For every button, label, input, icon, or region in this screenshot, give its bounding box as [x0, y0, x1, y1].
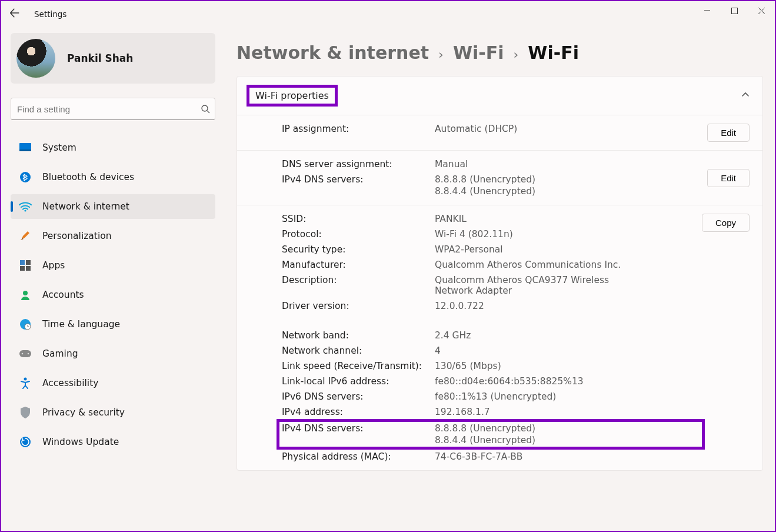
profile-name: Pankil Shah: [67, 52, 133, 64]
value: 8.8.8.8 (Unencrypted)8.8.4.4 (Unencrypte…: [435, 423, 535, 445]
profile-card[interactable]: Pankil Shah: [11, 33, 215, 84]
close-button[interactable]: [748, 1, 775, 20]
sidebar-item-apps[interactable]: Apps: [11, 253, 215, 278]
label: Link speed (Receive/Transmit):: [282, 361, 435, 371]
value: 2.4 GHz: [435, 330, 471, 341]
sidebar-item-label: Apps: [42, 260, 65, 271]
sidebar-item-windows-update[interactable]: Windows Update: [11, 430, 215, 454]
row-ip-assignment: IP assignment:Automatic (DHCP) Edit: [237, 115, 762, 150]
wifi-properties-card: Wi-Fi properties IP assignment:Automatic…: [237, 76, 763, 471]
value: PANKIL: [435, 214, 467, 224]
shield-icon: [19, 406, 32, 419]
wifi-icon: [19, 200, 32, 213]
value: Manual: [435, 159, 468, 169]
nav-list: System Bluetooth & devices Network & int…: [11, 135, 215, 454]
svg-point-15: [28, 353, 29, 355]
breadcrumb-wifi[interactable]: Wi-Fi: [453, 42, 504, 63]
sidebar-item-gaming[interactable]: Gaming: [11, 341, 215, 366]
sidebar-item-label: Gaming: [42, 348, 78, 359]
window-title: Settings: [34, 9, 66, 19]
close-icon: [758, 8, 765, 14]
label: Network band:: [282, 330, 435, 341]
breadcrumb-network[interactable]: Network & internet: [237, 42, 429, 63]
highlighted-ipv4-dns: IPv4 DNS servers:8.8.8.8 (Unencrypted)8.…: [277, 419, 705, 450]
sidebar-item-label: Accessibility: [42, 378, 98, 388]
svg-rect-9: [26, 266, 31, 271]
globe-clock-icon: [19, 318, 32, 331]
sidebar-item-network[interactable]: Network & internet: [11, 194, 215, 219]
svg-rect-0: [731, 8, 737, 14]
edit-ip-button[interactable]: Edit: [707, 124, 750, 142]
minimize-button[interactable]: [694, 1, 721, 20]
maximize-button[interactable]: [721, 1, 748, 20]
svg-point-16: [24, 378, 27, 381]
bluetooth-icon: [19, 171, 32, 184]
label: Description:: [282, 275, 435, 296]
value: fe80::1%13 (Unencrypted): [435, 391, 556, 402]
sidebar-item-time-language[interactable]: Time & language: [11, 312, 215, 337]
sidebar-item-accounts[interactable]: Accounts: [11, 282, 215, 307]
sidebar-item-personalization[interactable]: Personalization: [11, 224, 215, 248]
search-icon: [201, 104, 210, 114]
label: DNS server assignment:: [282, 159, 435, 169]
edit-dns-button[interactable]: Edit: [707, 169, 750, 187]
row-details: SSID:PANKIL Protocol:Wi-Fi 4 (802.11n) S…: [237, 205, 762, 470]
chevron-right-icon: ›: [438, 47, 444, 62]
svg-rect-7: [26, 260, 31, 265]
sidebar-item-system[interactable]: System: [11, 135, 215, 160]
apps-icon: [19, 259, 32, 272]
sidebar-item-accessibility[interactable]: Accessibility: [11, 371, 215, 395]
titlebar: Settings: [1, 1, 775, 27]
svg-rect-3: [19, 149, 31, 151]
value: 130/65 (Mbps): [435, 361, 501, 371]
label: IPv4 address:: [282, 407, 435, 417]
sidebar-item-privacy[interactable]: Privacy & security: [11, 400, 215, 425]
person-icon: [19, 288, 32, 301]
section-header[interactable]: Wi-Fi properties: [237, 77, 762, 115]
value: 192.168.1.7: [435, 407, 490, 417]
label: Protocol:: [282, 229, 435, 240]
value: fe80::d04e:6064:b535:8825%13: [435, 376, 584, 387]
row-dns-assignment: DNS server assignment:Manual IPv4 DNS se…: [237, 150, 762, 205]
sidebar-item-label: Time & language: [42, 319, 120, 330]
value: 12.0.0.722: [435, 301, 484, 311]
system-icon: [19, 141, 32, 154]
label: IPv6 DNS servers:: [282, 391, 435, 402]
search-input[interactable]: [17, 104, 201, 114]
sidebar-item-label: Privacy & security: [42, 407, 125, 418]
sidebar-item-label: System: [42, 142, 76, 153]
maximize-icon: [731, 8, 738, 14]
back-button[interactable]: [9, 8, 27, 21]
svg-point-14: [22, 353, 24, 355]
section-title: Wi-Fi properties: [247, 85, 338, 107]
sidebar-item-label: Bluetooth & devices: [42, 172, 134, 182]
sidebar-item-bluetooth[interactable]: Bluetooth & devices: [11, 165, 215, 189]
accessibility-icon: [19, 377, 32, 390]
value: WPA2-Personal: [435, 244, 503, 255]
sidebar-item-label: Windows Update: [42, 437, 119, 447]
chevron-right-icon: ›: [514, 47, 519, 62]
label: IP assignment:: [282, 124, 435, 134]
svg-rect-13: [19, 350, 31, 357]
avatar: [16, 39, 55, 78]
sidebar-item-label: Network & internet: [42, 201, 129, 212]
svg-rect-6: [20, 260, 25, 265]
value: Qualcomm Atheros QCA9377 Wireless Networ…: [435, 275, 623, 296]
label: Link-local IPv6 address:: [282, 376, 435, 387]
sidebar-item-label: Accounts: [42, 290, 84, 300]
sidebar-item-label: Personalization: [42, 231, 112, 241]
search-box[interactable]: [11, 98, 215, 120]
gamepad-icon: [19, 347, 32, 360]
svg-point-1: [202, 105, 208, 111]
value: 8.8.8.8 (Unencrypted)8.8.4.4 (Unencrypte…: [435, 174, 535, 197]
label: Physical address (MAC):: [282, 451, 435, 462]
value: 74-C6-3B-FC-7A-BB: [435, 451, 522, 462]
svg-point-10: [23, 291, 28, 295]
svg-rect-8: [20, 266, 25, 271]
label: Manufacturer:: [282, 260, 435, 270]
copy-button[interactable]: Copy: [702, 214, 750, 232]
label: Network channel:: [282, 345, 435, 356]
label: SSID:: [282, 214, 435, 224]
label: IPv4 DNS servers:: [282, 423, 435, 445]
chevron-up-icon: [741, 90, 750, 101]
